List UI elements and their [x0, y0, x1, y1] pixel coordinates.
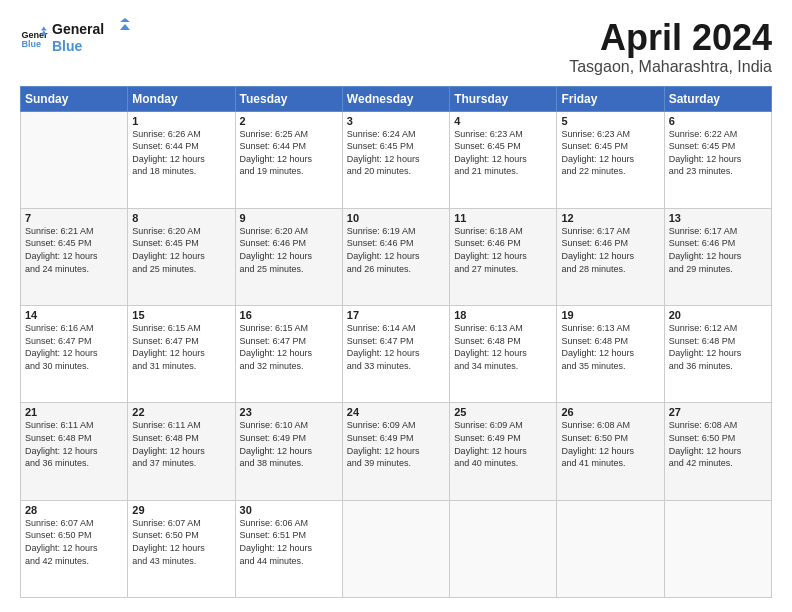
- header: General Blue General Blue April 2024 Tas…: [20, 18, 772, 76]
- calendar-cell: 14Sunrise: 6:16 AM Sunset: 6:47 PM Dayli…: [21, 306, 128, 403]
- logo: General Blue General Blue: [20, 18, 132, 60]
- day-number: 22: [132, 406, 230, 418]
- day-info: Sunrise: 6:09 AM Sunset: 6:49 PM Dayligh…: [454, 419, 552, 469]
- day-info: Sunrise: 6:23 AM Sunset: 6:45 PM Dayligh…: [561, 128, 659, 178]
- day-number: 14: [25, 309, 123, 321]
- day-number: 23: [240, 406, 338, 418]
- calendar-day-header: Wednesday: [342, 86, 449, 111]
- day-info: Sunrise: 6:11 AM Sunset: 6:48 PM Dayligh…: [25, 419, 123, 469]
- calendar-cell: 29Sunrise: 6:07 AM Sunset: 6:50 PM Dayli…: [128, 500, 235, 597]
- calendar-cell: 5Sunrise: 6:23 AM Sunset: 6:45 PM Daylig…: [557, 111, 664, 208]
- day-number: 9: [240, 212, 338, 224]
- day-info: Sunrise: 6:25 AM Sunset: 6:44 PM Dayligh…: [240, 128, 338, 178]
- calendar-week-row: 21Sunrise: 6:11 AM Sunset: 6:48 PM Dayli…: [21, 403, 772, 500]
- day-number: 24: [347, 406, 445, 418]
- day-number: 17: [347, 309, 445, 321]
- calendar-cell: [664, 500, 771, 597]
- svg-marker-2: [41, 26, 47, 30]
- day-number: 20: [669, 309, 767, 321]
- calendar-cell: 1Sunrise: 6:26 AM Sunset: 6:44 PM Daylig…: [128, 111, 235, 208]
- day-info: Sunrise: 6:10 AM Sunset: 6:49 PM Dayligh…: [240, 419, 338, 469]
- calendar-cell: 23Sunrise: 6:10 AM Sunset: 6:49 PM Dayli…: [235, 403, 342, 500]
- calendar-week-row: 1Sunrise: 6:26 AM Sunset: 6:44 PM Daylig…: [21, 111, 772, 208]
- calendar-cell: 6Sunrise: 6:22 AM Sunset: 6:45 PM Daylig…: [664, 111, 771, 208]
- calendar-cell: 4Sunrise: 6:23 AM Sunset: 6:45 PM Daylig…: [450, 111, 557, 208]
- calendar-cell: 19Sunrise: 6:13 AM Sunset: 6:48 PM Dayli…: [557, 306, 664, 403]
- day-number: 8: [132, 212, 230, 224]
- day-info: Sunrise: 6:15 AM Sunset: 6:47 PM Dayligh…: [240, 322, 338, 372]
- calendar-cell: 18Sunrise: 6:13 AM Sunset: 6:48 PM Dayli…: [450, 306, 557, 403]
- calendar-cell: [450, 500, 557, 597]
- day-number: 10: [347, 212, 445, 224]
- title-block: April 2024 Tasgaon, Maharashtra, India: [569, 18, 772, 76]
- day-info: Sunrise: 6:21 AM Sunset: 6:45 PM Dayligh…: [25, 225, 123, 275]
- day-number: 3: [347, 115, 445, 127]
- day-info: Sunrise: 6:26 AM Sunset: 6:44 PM Dayligh…: [132, 128, 230, 178]
- day-number: 16: [240, 309, 338, 321]
- day-number: 5: [561, 115, 659, 127]
- day-number: 26: [561, 406, 659, 418]
- day-info: Sunrise: 6:23 AM Sunset: 6:45 PM Dayligh…: [454, 128, 552, 178]
- day-info: Sunrise: 6:11 AM Sunset: 6:48 PM Dayligh…: [132, 419, 230, 469]
- calendar-cell: 12Sunrise: 6:17 AM Sunset: 6:46 PM Dayli…: [557, 208, 664, 305]
- calendar-cell: 15Sunrise: 6:15 AM Sunset: 6:47 PM Dayli…: [128, 306, 235, 403]
- day-number: 30: [240, 504, 338, 516]
- day-info: Sunrise: 6:14 AM Sunset: 6:47 PM Dayligh…: [347, 322, 445, 372]
- calendar-cell: 20Sunrise: 6:12 AM Sunset: 6:48 PM Dayli…: [664, 306, 771, 403]
- main-title: April 2024: [569, 18, 772, 58]
- svg-text:Blue: Blue: [21, 39, 41, 49]
- calendar-cell: [557, 500, 664, 597]
- subtitle: Tasgaon, Maharashtra, India: [569, 58, 772, 76]
- day-info: Sunrise: 6:13 AM Sunset: 6:48 PM Dayligh…: [454, 322, 552, 372]
- day-number: 28: [25, 504, 123, 516]
- day-number: 4: [454, 115, 552, 127]
- day-number: 13: [669, 212, 767, 224]
- calendar-cell: 8Sunrise: 6:20 AM Sunset: 6:45 PM Daylig…: [128, 208, 235, 305]
- calendar-day-header: Friday: [557, 86, 664, 111]
- day-info: Sunrise: 6:07 AM Sunset: 6:50 PM Dayligh…: [25, 517, 123, 567]
- calendar-cell: 3Sunrise: 6:24 AM Sunset: 6:45 PM Daylig…: [342, 111, 449, 208]
- day-number: 1: [132, 115, 230, 127]
- calendar-week-row: 14Sunrise: 6:16 AM Sunset: 6:47 PM Dayli…: [21, 306, 772, 403]
- calendar-day-header: Saturday: [664, 86, 771, 111]
- svg-marker-7: [120, 24, 130, 30]
- calendar-cell: 9Sunrise: 6:20 AM Sunset: 6:46 PM Daylig…: [235, 208, 342, 305]
- logo-svg: General Blue: [52, 18, 132, 56]
- day-info: Sunrise: 6:17 AM Sunset: 6:46 PM Dayligh…: [561, 225, 659, 275]
- calendar-cell: [342, 500, 449, 597]
- day-info: Sunrise: 6:13 AM Sunset: 6:48 PM Dayligh…: [561, 322, 659, 372]
- day-number: 12: [561, 212, 659, 224]
- day-info: Sunrise: 6:24 AM Sunset: 6:45 PM Dayligh…: [347, 128, 445, 178]
- calendar-header-row: SundayMondayTuesdayWednesdayThursdayFrid…: [21, 86, 772, 111]
- calendar-cell: [21, 111, 128, 208]
- calendar-cell: 28Sunrise: 6:07 AM Sunset: 6:50 PM Dayli…: [21, 500, 128, 597]
- calendar-cell: 24Sunrise: 6:09 AM Sunset: 6:49 PM Dayli…: [342, 403, 449, 500]
- day-number: 7: [25, 212, 123, 224]
- calendar-week-row: 7Sunrise: 6:21 AM Sunset: 6:45 PM Daylig…: [21, 208, 772, 305]
- day-info: Sunrise: 6:09 AM Sunset: 6:49 PM Dayligh…: [347, 419, 445, 469]
- calendar-day-header: Thursday: [450, 86, 557, 111]
- calendar-cell: 16Sunrise: 6:15 AM Sunset: 6:47 PM Dayli…: [235, 306, 342, 403]
- calendar-cell: 21Sunrise: 6:11 AM Sunset: 6:48 PM Dayli…: [21, 403, 128, 500]
- calendar-week-row: 28Sunrise: 6:07 AM Sunset: 6:50 PM Dayli…: [21, 500, 772, 597]
- calendar-day-header: Monday: [128, 86, 235, 111]
- day-info: Sunrise: 6:08 AM Sunset: 6:50 PM Dayligh…: [669, 419, 767, 469]
- calendar-cell: 22Sunrise: 6:11 AM Sunset: 6:48 PM Dayli…: [128, 403, 235, 500]
- calendar-cell: 7Sunrise: 6:21 AM Sunset: 6:45 PM Daylig…: [21, 208, 128, 305]
- svg-marker-6: [120, 18, 130, 22]
- day-info: Sunrise: 6:15 AM Sunset: 6:47 PM Dayligh…: [132, 322, 230, 372]
- day-number: 2: [240, 115, 338, 127]
- day-number: 18: [454, 309, 552, 321]
- calendar-cell: 11Sunrise: 6:18 AM Sunset: 6:46 PM Dayli…: [450, 208, 557, 305]
- day-info: Sunrise: 6:20 AM Sunset: 6:46 PM Dayligh…: [240, 225, 338, 275]
- day-info: Sunrise: 6:06 AM Sunset: 6:51 PM Dayligh…: [240, 517, 338, 567]
- day-number: 21: [25, 406, 123, 418]
- calendar-cell: 13Sunrise: 6:17 AM Sunset: 6:46 PM Dayli…: [664, 208, 771, 305]
- calendar-table: SundayMondayTuesdayWednesdayThursdayFrid…: [20, 86, 772, 598]
- svg-text:Blue: Blue: [52, 38, 83, 54]
- day-info: Sunrise: 6:22 AM Sunset: 6:45 PM Dayligh…: [669, 128, 767, 178]
- svg-text:General: General: [52, 21, 104, 37]
- day-info: Sunrise: 6:17 AM Sunset: 6:46 PM Dayligh…: [669, 225, 767, 275]
- calendar-cell: 17Sunrise: 6:14 AM Sunset: 6:47 PM Dayli…: [342, 306, 449, 403]
- day-number: 19: [561, 309, 659, 321]
